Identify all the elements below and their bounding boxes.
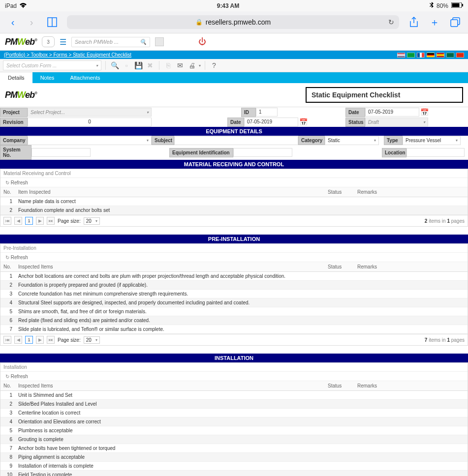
flag-sa[interactable] bbox=[446, 53, 454, 58]
tab-notes[interactable]: Notes bbox=[32, 72, 62, 83]
copy-icon[interactable]: ⎘ bbox=[163, 60, 173, 70]
cell-remarks[interactable] bbox=[354, 462, 468, 471]
table-row[interactable]: 1Unit is Shimmed and Set bbox=[0, 391, 468, 400]
cell-remarks[interactable] bbox=[354, 197, 468, 206]
cell-status[interactable] bbox=[325, 462, 354, 471]
power-icon[interactable]: ⏻ bbox=[198, 37, 206, 46]
id-field[interactable]: 1 bbox=[256, 108, 278, 117]
cell-remarks[interactable] bbox=[354, 325, 468, 334]
pager-last[interactable]: ⏭ bbox=[47, 217, 55, 225]
calendar-icon[interactable]: 📅 bbox=[419, 107, 429, 117]
cell-remarks[interactable] bbox=[354, 453, 468, 462]
flag-us[interactable] bbox=[397, 53, 405, 58]
table-row[interactable]: 5Shims are smooth, flat, and free of dir… bbox=[0, 307, 468, 316]
table-row[interactable]: 6Red plate (fixed and sliding ends) are … bbox=[0, 316, 468, 325]
cell-remarks[interactable] bbox=[354, 391, 468, 400]
cell-status[interactable] bbox=[325, 435, 354, 444]
pager-last[interactable]: ⏭ bbox=[47, 336, 55, 344]
cell-remarks[interactable] bbox=[354, 316, 468, 325]
back-icon[interactable]: ‹ bbox=[7, 16, 19, 28]
flag-es[interactable] bbox=[437, 53, 444, 58]
table-row[interactable]: 3Centerline location is correct bbox=[0, 409, 468, 417]
cell-status[interactable] bbox=[325, 290, 354, 298]
category-select[interactable]: Static▾ bbox=[325, 136, 379, 145]
cell-status[interactable] bbox=[325, 409, 354, 417]
table-row[interactable]: 1Name plate data is correct bbox=[0, 197, 468, 206]
cell-status[interactable] bbox=[325, 281, 354, 290]
tab-details[interactable]: Details bbox=[0, 72, 32, 83]
email-icon[interactable]: ✉ bbox=[175, 60, 185, 70]
table-row[interactable]: 4Orientation and Elevations are correct bbox=[0, 417, 468, 426]
flag-cn[interactable] bbox=[456, 53, 464, 58]
shield-badge[interactable]: 3 bbox=[42, 36, 55, 47]
cell-status[interactable] bbox=[325, 316, 354, 325]
pager-first[interactable]: ⏮ bbox=[3, 217, 11, 225]
cell-remarks[interactable] bbox=[354, 307, 468, 316]
new-tab-icon[interactable]: ＋ bbox=[429, 16, 440, 28]
table-row[interactable]: 7Slide plate is lubricated, and Teflon® … bbox=[0, 325, 468, 334]
table-row[interactable]: 5Plumbness is acceptable bbox=[0, 426, 468, 435]
system-no-field[interactable] bbox=[31, 148, 91, 157]
custom-form-select[interactable]: Select Custom Form ... ▾ bbox=[3, 60, 101, 70]
refresh-button[interactable]: Refresh bbox=[5, 180, 28, 185]
grid-quick-icon[interactable] bbox=[155, 37, 164, 46]
cell-status[interactable] bbox=[325, 272, 354, 281]
cell-remarks[interactable] bbox=[354, 471, 468, 476]
cell-remarks[interactable] bbox=[354, 435, 468, 444]
pager-page[interactable]: 1 bbox=[25, 217, 33, 225]
company-select[interactable]: ▾ bbox=[28, 136, 152, 145]
reload-icon[interactable]: ↻ bbox=[388, 18, 394, 26]
cell-status[interactable] bbox=[325, 298, 354, 307]
cell-remarks[interactable] bbox=[354, 409, 468, 417]
url-bar[interactable]: 🔒 resellers.pmweb.com ↻ bbox=[67, 15, 399, 29]
table-row[interactable]: 2Foundation is properly prepared and gro… bbox=[0, 281, 468, 290]
subject-field[interactable] bbox=[174, 136, 298, 145]
breadcrumb[interactable]: (Portfolio) > Toolbox > Forms > Static E… bbox=[4, 52, 131, 58]
save-icon[interactable]: 💾 bbox=[133, 60, 143, 70]
pager-next[interactable]: ▶ bbox=[36, 217, 44, 225]
equip-id-field[interactable] bbox=[233, 148, 292, 157]
project-select[interactable]: Select Project...▾ bbox=[28, 108, 152, 117]
cell-status[interactable] bbox=[325, 391, 354, 400]
page-size-select[interactable]: 20▾ bbox=[84, 217, 100, 225]
cell-remarks[interactable] bbox=[354, 426, 468, 435]
date-field[interactable]: 07-05-2019 bbox=[365, 108, 419, 117]
cell-remarks[interactable] bbox=[354, 290, 468, 298]
date2-field[interactable]: 07-05-2019 bbox=[244, 118, 298, 126]
type-select[interactable]: Pressure Vessel▾ bbox=[403, 136, 461, 145]
table-row[interactable]: 7Anchor bolts have been tightened or tor… bbox=[0, 444, 468, 453]
pager-first[interactable]: ⏮ bbox=[3, 336, 11, 344]
cell-remarks[interactable] bbox=[354, 400, 468, 409]
revision-field[interactable]: 0 bbox=[28, 118, 152, 126]
cell-remarks[interactable] bbox=[354, 298, 468, 307]
delete-icon[interactable]: ✖ bbox=[145, 60, 155, 70]
tabs-icon[interactable] bbox=[449, 16, 461, 28]
cell-status[interactable] bbox=[325, 325, 354, 334]
new-icon[interactable]: ▫ bbox=[122, 60, 131, 70]
refresh-button[interactable]: Refresh bbox=[5, 255, 28, 260]
cell-status[interactable] bbox=[325, 453, 354, 462]
cell-status[interactable] bbox=[325, 444, 354, 453]
pager-next[interactable]: ▶ bbox=[36, 336, 44, 344]
cell-status[interactable] bbox=[325, 197, 354, 206]
page-size-select[interactable]: 20▾ bbox=[84, 336, 100, 344]
location-field[interactable] bbox=[406, 148, 465, 157]
cell-status[interactable] bbox=[325, 400, 354, 409]
bookmarks-icon[interactable] bbox=[46, 16, 58, 28]
cell-status[interactable] bbox=[325, 426, 354, 435]
table-row[interactable]: 2Foundation complete and anchor bolts se… bbox=[0, 206, 468, 215]
cell-remarks[interactable] bbox=[354, 444, 468, 453]
cell-remarks[interactable] bbox=[354, 417, 468, 426]
flag-de[interactable] bbox=[427, 53, 435, 58]
flag-fr[interactable] bbox=[417, 53, 425, 58]
print-icon[interactable]: 🖨 bbox=[187, 60, 197, 70]
pager-prev[interactable]: ◀ bbox=[14, 217, 22, 225]
forward-icon[interactable]: › bbox=[26, 16, 37, 28]
refresh-button[interactable]: Refresh bbox=[5, 374, 28, 379]
table-row[interactable]: 6Grouting is complete bbox=[0, 435, 468, 444]
menu-icon[interactable]: ☰ bbox=[60, 37, 66, 47]
pager-page[interactable]: 1 bbox=[25, 336, 33, 344]
cell-remarks[interactable] bbox=[354, 206, 468, 215]
table-row[interactable]: 10Field Testing is complete bbox=[0, 471, 468, 476]
table-row[interactable]: 9Installation of internals is complete bbox=[0, 462, 468, 471]
